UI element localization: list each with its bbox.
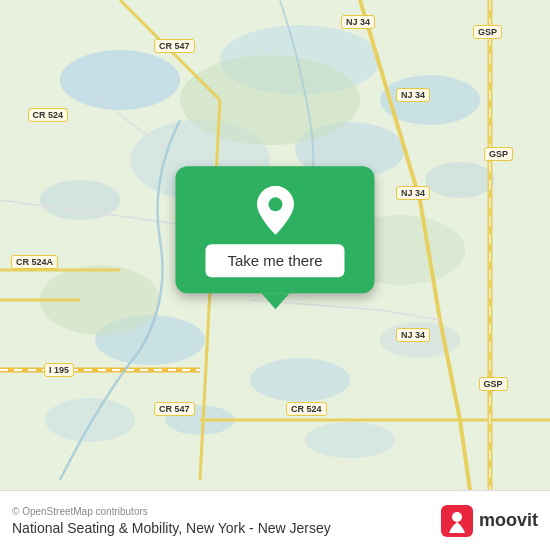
green-card: Take me there (175, 166, 374, 293)
road-label-gsp-mid: GSP (484, 147, 513, 161)
svg-point-10 (250, 358, 350, 402)
road-label-cr524-bot: CR 524 (286, 402, 327, 416)
road-label-gsp-bot: GSP (479, 377, 508, 391)
svg-point-40 (452, 512, 462, 522)
road-label-cr524-left: CR 524 (28, 108, 69, 122)
svg-point-14 (180, 55, 360, 145)
road-label-nj34-bot: NJ 34 (396, 328, 430, 342)
map-container: CR 547 CR 524 NJ 34 NJ 34 GSP GSP NJ 34 … (0, 0, 550, 490)
bottom-left-info: © OpenStreetMap contributors National Se… (12, 506, 331, 536)
road-label-gsp-top: GSP (473, 25, 502, 39)
location-pin-icon (251, 186, 299, 234)
location-label: National Seating & Mobility, New York - … (12, 520, 331, 536)
copyright-text: © OpenStreetMap contributors (12, 506, 331, 517)
take-me-there-button[interactable]: Take me there (205, 244, 344, 277)
moovit-text: moovit (479, 510, 538, 531)
road-label-cr547-top: CR 547 (154, 39, 195, 53)
svg-point-1 (60, 50, 180, 110)
road-label-cr524a: CR 524A (11, 255, 58, 269)
road-label-cr547-bot: CR 547 (154, 402, 195, 416)
button-overlay: Take me there (175, 166, 374, 309)
moovit-icon (441, 505, 473, 537)
card-pointer (261, 293, 289, 309)
svg-point-13 (305, 422, 395, 458)
road-label-nj34-right: NJ 34 (396, 186, 430, 200)
svg-point-7 (425, 162, 495, 198)
road-label-i195: I 195 (44, 363, 74, 377)
svg-point-38 (268, 197, 282, 211)
road-label-nj34-mid: NJ 34 (396, 88, 430, 102)
moovit-logo[interactable]: moovit (441, 505, 538, 537)
bottom-bar: © OpenStreetMap contributors National Se… (0, 490, 550, 550)
road-label-nj34-top: NJ 34 (341, 15, 375, 29)
svg-point-9 (45, 398, 135, 442)
